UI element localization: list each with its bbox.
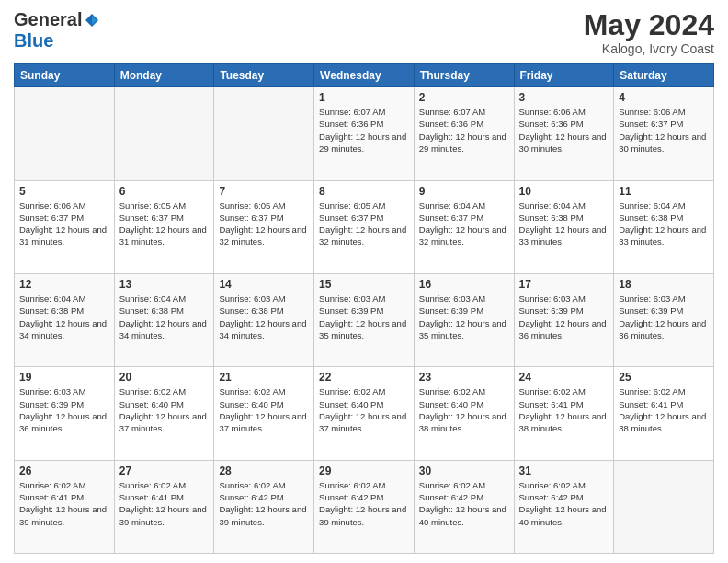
day-number: 27	[119, 465, 210, 477]
day-number: 22	[319, 371, 409, 384]
logo-general-text: General	[14, 9, 82, 30]
day-number: 25	[619, 371, 709, 384]
day-info: Sunrise: 6:04 AM Sunset: 6:38 PM Dayligh…	[119, 293, 210, 341]
day-number: 28	[219, 465, 309, 477]
day-info: Sunrise: 6:07 AM Sunset: 6:36 PM Dayligh…	[419, 106, 509, 155]
calendar-cell: 16Sunrise: 6:03 AM Sunset: 6:39 PM Dayli…	[414, 273, 514, 366]
calendar-cell: 8Sunrise: 6:05 AM Sunset: 6:37 PM Daylig…	[314, 180, 415, 273]
day-number: 3	[519, 91, 609, 104]
logo: General Blue	[14, 9, 100, 52]
calendar-cell: 30Sunrise: 6:02 AM Sunset: 6:42 PM Dayli…	[414, 460, 514, 553]
calendar-cell: 5Sunrise: 6:06 AM Sunset: 6:37 PM Daylig…	[15, 180, 115, 273]
calendar-cell: 21Sunrise: 6:02 AM Sunset: 6:40 PM Dayli…	[214, 367, 314, 460]
day-number: 12	[19, 278, 109, 291]
weekday-header-monday: Monday	[114, 64, 214, 87]
weekday-header-row: SundayMondayTuesdayWednesdayThursdayFrid…	[15, 64, 714, 87]
calendar-week-4: 19Sunrise: 6:03 AM Sunset: 6:39 PM Dayli…	[15, 367, 714, 460]
calendar-cell: 20Sunrise: 6:02 AM Sunset: 6:40 PM Dayli…	[114, 367, 214, 460]
calendar-table: SundayMondayTuesdayWednesdayThursdayFrid…	[14, 63, 714, 554]
day-number: 7	[219, 185, 309, 198]
calendar-cell: 6Sunrise: 6:05 AM Sunset: 6:37 PM Daylig…	[114, 180, 214, 273]
day-info: Sunrise: 6:04 AM Sunset: 6:38 PM Dayligh…	[519, 200, 609, 248]
day-info: Sunrise: 6:02 AM Sunset: 6:42 PM Dayligh…	[219, 479, 309, 528]
day-info: Sunrise: 6:06 AM Sunset: 6:37 PM Dayligh…	[619, 106, 709, 155]
day-info: Sunrise: 6:03 AM Sunset: 6:39 PM Dayligh…	[19, 385, 109, 434]
day-info: Sunrise: 6:03 AM Sunset: 6:39 PM Dayligh…	[519, 293, 609, 341]
day-info: Sunrise: 6:05 AM Sunset: 6:37 PM Dayligh…	[119, 200, 210, 248]
day-number: 14	[219, 278, 309, 291]
day-info: Sunrise: 6:03 AM Sunset: 6:38 PM Dayligh…	[219, 293, 309, 341]
day-info: Sunrise: 6:04 AM Sunset: 6:38 PM Dayligh…	[19, 293, 109, 341]
day-number: 13	[119, 278, 210, 291]
calendar-cell: 9Sunrise: 6:04 AM Sunset: 6:37 PM Daylig…	[414, 180, 514, 273]
calendar-cell: 26Sunrise: 6:02 AM Sunset: 6:41 PM Dayli…	[15, 460, 115, 553]
day-number: 6	[119, 185, 210, 198]
weekday-header-tuesday: Tuesday	[214, 64, 314, 87]
calendar-cell: 19Sunrise: 6:03 AM Sunset: 6:39 PM Dayli…	[15, 367, 115, 460]
calendar-cell: 31Sunrise: 6:02 AM Sunset: 6:42 PM Dayli…	[514, 460, 614, 553]
day-number: 21	[219, 371, 309, 384]
calendar-cell: 11Sunrise: 6:04 AM Sunset: 6:38 PM Dayli…	[614, 180, 714, 273]
calendar-cell: 28Sunrise: 6:02 AM Sunset: 6:42 PM Dayli…	[214, 460, 314, 553]
calendar-week-1: 1Sunrise: 6:07 AM Sunset: 6:36 PM Daylig…	[15, 87, 714, 180]
page: General Blue May 2024 Kalogo, Ivory Coas…	[0, 0, 728, 563]
calendar-week-2: 5Sunrise: 6:06 AM Sunset: 6:37 PM Daylig…	[15, 180, 714, 273]
day-number: 30	[419, 465, 509, 477]
calendar-cell: 7Sunrise: 6:05 AM Sunset: 6:37 PM Daylig…	[214, 180, 314, 273]
day-info: Sunrise: 6:03 AM Sunset: 6:39 PM Dayligh…	[319, 293, 409, 341]
day-info: Sunrise: 6:03 AM Sunset: 6:39 PM Dayligh…	[419, 293, 509, 341]
calendar-cell: 4Sunrise: 6:06 AM Sunset: 6:37 PM Daylig…	[614, 87, 714, 180]
day-number: 10	[519, 185, 609, 198]
day-info: Sunrise: 6:02 AM Sunset: 6:40 PM Dayligh…	[119, 385, 210, 434]
day-number: 20	[119, 371, 210, 384]
day-number: 26	[19, 465, 109, 477]
calendar-cell: 23Sunrise: 6:02 AM Sunset: 6:40 PM Dayli…	[414, 367, 514, 460]
month-title: May 2024	[584, 9, 714, 41]
calendar-cell: 1Sunrise: 6:07 AM Sunset: 6:36 PM Daylig…	[314, 87, 415, 180]
calendar-cell: 2Sunrise: 6:07 AM Sunset: 6:36 PM Daylig…	[414, 87, 514, 180]
day-info: Sunrise: 6:02 AM Sunset: 6:41 PM Dayligh…	[19, 479, 109, 528]
day-number: 5	[19, 185, 109, 198]
day-info: Sunrise: 6:02 AM Sunset: 6:41 PM Dayligh…	[119, 479, 210, 528]
location: Kalogo, Ivory Coast	[584, 41, 714, 56]
day-number: 1	[319, 91, 409, 104]
calendar-cell: 3Sunrise: 6:06 AM Sunset: 6:36 PM Daylig…	[514, 87, 614, 180]
day-number: 8	[319, 185, 409, 198]
logo-icon	[84, 12, 100, 29]
calendar-cell: 13Sunrise: 6:04 AM Sunset: 6:38 PM Dayli…	[114, 273, 214, 366]
calendar-cell: 17Sunrise: 6:03 AM Sunset: 6:39 PM Dayli…	[514, 273, 614, 366]
day-number: 24	[519, 371, 609, 384]
calendar-cell: 10Sunrise: 6:04 AM Sunset: 6:38 PM Dayli…	[514, 180, 614, 273]
calendar-cell: 12Sunrise: 6:04 AM Sunset: 6:38 PM Dayli…	[15, 273, 115, 366]
calendar-cell	[614, 460, 714, 553]
calendar-cell: 14Sunrise: 6:03 AM Sunset: 6:38 PM Dayli…	[214, 273, 314, 366]
day-number: 19	[19, 371, 109, 384]
logo-blue-text: Blue	[14, 30, 53, 52]
day-info: Sunrise: 6:02 AM Sunset: 6:41 PM Dayligh…	[619, 385, 709, 434]
weekday-header-wednesday: Wednesday	[314, 64, 415, 87]
calendar-cell	[214, 87, 314, 180]
day-number: 4	[619, 91, 709, 104]
calendar-cell: 24Sunrise: 6:02 AM Sunset: 6:41 PM Dayli…	[514, 367, 614, 460]
weekday-header-saturday: Saturday	[614, 64, 714, 87]
day-info: Sunrise: 6:02 AM Sunset: 6:40 PM Dayligh…	[419, 385, 509, 434]
day-info: Sunrise: 6:07 AM Sunset: 6:36 PM Dayligh…	[319, 106, 409, 155]
calendar-cell: 25Sunrise: 6:02 AM Sunset: 6:41 PM Dayli…	[614, 367, 714, 460]
day-info: Sunrise: 6:04 AM Sunset: 6:37 PM Dayligh…	[419, 200, 509, 248]
day-info: Sunrise: 6:02 AM Sunset: 6:40 PM Dayligh…	[319, 385, 409, 434]
calendar-cell	[114, 87, 214, 180]
day-info: Sunrise: 6:02 AM Sunset: 6:41 PM Dayligh…	[519, 385, 609, 434]
calendar-cell	[15, 87, 115, 180]
header: General Blue May 2024 Kalogo, Ivory Coas…	[14, 9, 714, 56]
day-info: Sunrise: 6:02 AM Sunset: 6:42 PM Dayligh…	[519, 479, 609, 528]
day-info: Sunrise: 6:02 AM Sunset: 6:40 PM Dayligh…	[219, 385, 309, 434]
calendar-cell: 27Sunrise: 6:02 AM Sunset: 6:41 PM Dayli…	[114, 460, 214, 553]
day-info: Sunrise: 6:06 AM Sunset: 6:36 PM Dayligh…	[519, 106, 609, 155]
day-number: 11	[619, 185, 709, 198]
day-number: 29	[319, 465, 409, 477]
calendar-cell: 22Sunrise: 6:02 AM Sunset: 6:40 PM Dayli…	[314, 367, 415, 460]
day-number: 31	[519, 465, 609, 477]
weekday-header-thursday: Thursday	[414, 64, 514, 87]
day-number: 23	[419, 371, 509, 384]
day-number: 15	[319, 278, 409, 291]
